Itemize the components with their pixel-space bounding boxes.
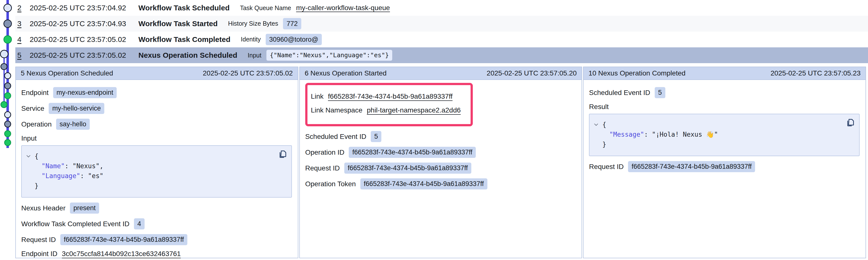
- field-label: Scheduled Event ID: [305, 133, 367, 141]
- event-attr-label: Input: [248, 52, 261, 59]
- panel-header: 10 Nexus Operation Completed 2025-02-25 …: [584, 67, 866, 80]
- endpoint-badge: my-nexus-endpoint: [53, 87, 117, 98]
- field-label: Service: [21, 105, 44, 112]
- event-name: Nexus Operation Scheduled: [138, 51, 237, 60]
- field-label: Workflow Task Completed Event ID: [21, 220, 129, 228]
- event-name: Workflow Task Completed: [138, 35, 230, 44]
- event-attr-badge: 772: [283, 18, 301, 29]
- json-open-brace: {: [35, 151, 38, 161]
- event-attr-badge: {"Name":"Nexus","Language":"es"}: [267, 50, 393, 61]
- request-id-badge: f665283f-743e-4374-b45b-9a61a89337ff: [628, 161, 755, 172]
- json-close-brace: }: [602, 141, 606, 148]
- field-label: Operation: [21, 120, 52, 128]
- copy-icon[interactable]: [845, 118, 855, 127]
- timeline-dot-completed: [3, 35, 12, 44]
- panel-title: 6 Nexus Operation Started: [305, 69, 387, 77]
- chevron-down-icon[interactable]: [26, 153, 31, 159]
- timeline-dot-started: [3, 20, 12, 28]
- field-label: Nexus Header: [21, 204, 65, 212]
- field-label: Request ID: [305, 164, 340, 172]
- event-attr-label: History Size Bytes: [228, 20, 278, 27]
- panel-header: 5 Nexus Operation Scheduled 2025-02-25 U…: [16, 67, 298, 80]
- task-queue-link[interactable]: my-caller-workflow-task-queue: [296, 4, 390, 12]
- service-badge: my-hello-service: [49, 103, 104, 114]
- field-label: Link Namespace: [311, 106, 363, 114]
- panel-nexus-operation-completed: 10 Nexus Operation Completed 2025-02-25 …: [583, 67, 866, 258]
- json-value: : "¡Hola! Nexus 👋": [644, 131, 718, 138]
- timeline-dot-scheduled: [4, 72, 11, 79]
- event-row-selected[interactable]: 5 2025-02-25 UTC 23:57:05.02 Nexus Opera…: [15, 47, 868, 63]
- event-number-link[interactable]: 5: [17, 51, 30, 60]
- request-id-badge: f665283f-743e-4374-b45b-9a61a89337ff: [344, 162, 471, 174]
- event-attr-label: Task Queue Name: [240, 4, 291, 11]
- panel-nexus-operation-started: 6 Nexus Operation Started 2025-02-25 UTC…: [299, 67, 582, 258]
- json-value: : "es": [80, 172, 103, 180]
- event-name: Workflow Task Started: [138, 20, 218, 28]
- operation-id-badge: f665283f-743e-4374-b45b-9a61a89337ff: [349, 147, 476, 158]
- timeline-dot-completed: [0, 101, 7, 108]
- timeline-dot-started: [4, 82, 11, 89]
- scheduled-event-id-badge: 5: [371, 131, 381, 142]
- json-key: "Message": [609, 131, 644, 138]
- timeline-dot-completed: [4, 92, 11, 99]
- event-number-link[interactable]: 2: [17, 4, 30, 12]
- field-label: Input: [21, 135, 37, 142]
- event-attr-label: Identity: [241, 36, 261, 43]
- field-label: Endpoint ID: [21, 250, 57, 258]
- link-highlight-box: Link f665283f-743e-4374-b45b-9a61a89337f…: [305, 83, 473, 126]
- copy-icon[interactable]: [278, 149, 287, 159]
- chevron-down-icon[interactable]: [593, 122, 599, 127]
- timeline-dot-started: [0, 63, 7, 70]
- wtc-event-id-badge: 4: [134, 218, 145, 229]
- field-label: Operation ID: [305, 149, 344, 156]
- panel-timestamp: 2025-02-25 UTC 23:57:05.23: [771, 69, 861, 77]
- timeline-dot-completed: [4, 130, 11, 137]
- timeline-dot-scheduled: [3, 4, 12, 12]
- operation-token-badge: f665283f-743e-4374-b45b-9a61a89337ff: [360, 178, 487, 189]
- field-label: Request ID: [21, 236, 56, 244]
- event-row[interactable]: 2 2025-02-25 UTC 23:57:04.92 Workflow Ta…: [15, 0, 868, 16]
- event-timestamp: 2025-02-25 UTC 23:57:05.02: [30, 35, 138, 44]
- nexus-header-badge: present: [70, 202, 99, 214]
- event-number-link[interactable]: 4: [17, 35, 30, 44]
- request-id-badge: f665283f-743e-4374-b45b-9a61a89337ff: [60, 234, 187, 245]
- event-timestamp: 2025-02-25 UTC 23:57:04.92: [30, 4, 138, 12]
- json-viewer-input: { "Name": "Nexus", "Language": "es" }: [21, 145, 292, 197]
- timeline-branch-line: [3, 54, 5, 106]
- field-label: Scheduled Event ID: [589, 89, 650, 97]
- event-number-link[interactable]: 3: [17, 20, 30, 28]
- timeline-dot-scheduled: [0, 50, 8, 58]
- json-key: "Name": [41, 162, 65, 170]
- event-attr-badge: 30960@totoro@: [266, 34, 322, 45]
- timeline-dot-started: [4, 121, 11, 127]
- panel-title: 10 Nexus Operation Completed: [588, 69, 685, 77]
- event-timeline-gutter: [0, 0, 15, 260]
- event-timestamp: 2025-02-25 UTC 23:57:04.93: [30, 20, 138, 28]
- json-key: "Language": [41, 172, 80, 180]
- event-timestamp: 2025-02-25 UTC 23:57:05.02: [30, 51, 138, 60]
- field-label: Result: [589, 103, 609, 111]
- field-label: Operation Token: [305, 180, 356, 188]
- scheduled-event-id-badge: 5: [655, 87, 665, 98]
- timeline-dot-scheduled: [4, 111, 11, 118]
- field-label: Request ID: [589, 163, 624, 171]
- endpoint-id-link[interactable]: 3c0c75ccfa8144b092c13ce632463761: [62, 250, 181, 258]
- field-label: Endpoint: [21, 89, 49, 97]
- event-detail-panels: 5 Nexus Operation Scheduled 2025-02-25 U…: [15, 67, 866, 258]
- field-label: Link: [311, 92, 323, 100]
- json-value: : "Nexus",: [65, 162, 103, 170]
- json-viewer-result: { "Message": "¡Hola! Nexus 👋" }: [589, 114, 860, 156]
- panel-title: 5 Nexus Operation Scheduled: [21, 69, 113, 77]
- panel-timestamp: 2025-02-25 UTC 23:57:05.02: [203, 69, 292, 77]
- link-to-workflow[interactable]: f665283f-743e-4374-b45b-9a61a89337ff: [328, 92, 453, 100]
- event-row[interactable]: 4 2025-02-25 UTC 23:57:05.02 Workflow Ta…: [15, 32, 868, 47]
- panel-timestamp: 2025-02-25 UTC 23:57:05.20: [487, 69, 577, 77]
- operation-badge: say-hello: [56, 119, 90, 130]
- json-open-brace: {: [602, 120, 606, 129]
- event-row[interactable]: 3 2025-02-25 UTC 23:57:04.93 Workflow Ta…: [15, 16, 868, 32]
- json-close-brace: }: [35, 182, 38, 189]
- timeline-dot-completed: [4, 139, 11, 146]
- panel-nexus-operation-scheduled: 5 Nexus Operation Scheduled 2025-02-25 U…: [15, 67, 298, 258]
- event-history-list: 2 2025-02-25 UTC 23:57:04.92 Workflow Ta…: [15, 0, 868, 63]
- link-namespace-link[interactable]: phil-target-namespace2.a2dd6: [367, 106, 461, 114]
